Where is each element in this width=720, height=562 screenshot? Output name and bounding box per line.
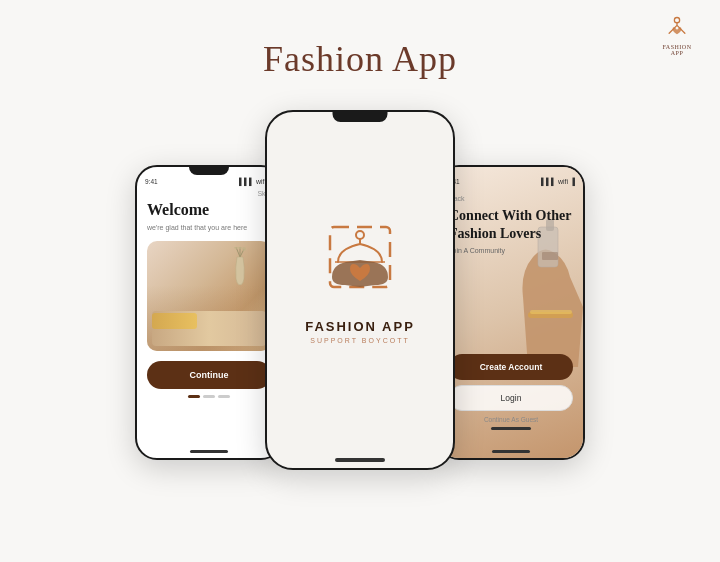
status-bar-right: 9:41 ▌▌▌ wifi ▐ bbox=[439, 177, 583, 186]
home-indicator-center bbox=[335, 458, 385, 462]
login-button[interactable]: Login bbox=[449, 385, 573, 411]
svg-point-6 bbox=[242, 247, 246, 251]
continue-button[interactable]: Continue bbox=[147, 361, 271, 389]
yellow-item bbox=[152, 313, 197, 329]
status-icons-right: ▌▌▌ wifi ▐ bbox=[541, 178, 575, 185]
svg-point-8 bbox=[356, 231, 364, 239]
home-indicator-right bbox=[492, 450, 530, 453]
left-phone-body: Skip Welcome we're glad that that you ar… bbox=[137, 186, 281, 402]
phone-center: FASHION APP SUPPORT BOYCOTT bbox=[265, 110, 455, 470]
welcome-subtitle: we're glad that that you are here bbox=[147, 223, 271, 233]
svg-point-4 bbox=[234, 247, 238, 249]
signal-icon: ▌▌▌ bbox=[239, 178, 254, 185]
center-phone-content: FASHION APP SUPPORT BOYCOTT bbox=[267, 112, 453, 438]
dot-1 bbox=[188, 395, 200, 398]
page-title: Fashion App bbox=[0, 0, 720, 80]
fashion-logo-svg bbox=[310, 207, 410, 307]
bottom-bar-right bbox=[491, 427, 531, 430]
connect-title: Connect With Other Fashion Lovers bbox=[449, 207, 573, 243]
right-phone-buttons: Create Account Login Continue As Guest bbox=[449, 354, 573, 430]
create-account-button[interactable]: Create Account bbox=[449, 354, 573, 380]
status-bar-left: 9:41 ▌▌▌ wifi ▐ bbox=[137, 177, 281, 186]
vase-decoration bbox=[231, 247, 249, 302]
top-right-logo: FASHION APP bbox=[656, 14, 698, 56]
svg-point-0 bbox=[674, 18, 679, 23]
notch-center bbox=[333, 112, 388, 122]
welcome-image bbox=[147, 241, 271, 351]
right-phone-text: Back Connect With Other Fashion Lovers J… bbox=[449, 195, 573, 262]
phones-container: 9:41 ▌▌▌ wifi ▐ Skip Welcome we're glad … bbox=[0, 100, 720, 470]
guest-link[interactable]: Continue As Guest bbox=[449, 416, 573, 423]
phone-right: Back Connect With Other Fashion Lovers J… bbox=[437, 165, 585, 460]
back-label[interactable]: Back bbox=[449, 195, 573, 202]
skip-label[interactable]: Skip bbox=[147, 190, 271, 197]
brand-tagline: SUPPORT BOYCOTT bbox=[310, 337, 409, 344]
logo-text: FASHION APP bbox=[656, 44, 698, 56]
phone-left: 9:41 ▌▌▌ wifi ▐ Skip Welcome we're glad … bbox=[135, 165, 283, 460]
battery-icon-right: ▐ bbox=[570, 178, 575, 185]
svg-point-5 bbox=[238, 247, 242, 249]
dots-indicator bbox=[147, 395, 271, 398]
home-indicator-left bbox=[190, 450, 228, 453]
join-label: Join A Community bbox=[449, 247, 573, 254]
dot-2 bbox=[203, 395, 215, 398]
dot-3 bbox=[218, 395, 230, 398]
notch-left bbox=[189, 167, 229, 175]
brand-name: FASHION APP bbox=[305, 319, 415, 334]
wifi-icon-right: wifi bbox=[558, 178, 568, 185]
time-left: 9:41 bbox=[145, 178, 158, 185]
welcome-title: Welcome bbox=[147, 201, 271, 219]
signal-icon-right: ▌▌▌ bbox=[541, 178, 556, 185]
logo-icon bbox=[661, 14, 693, 42]
svg-rect-10 bbox=[530, 310, 572, 314]
